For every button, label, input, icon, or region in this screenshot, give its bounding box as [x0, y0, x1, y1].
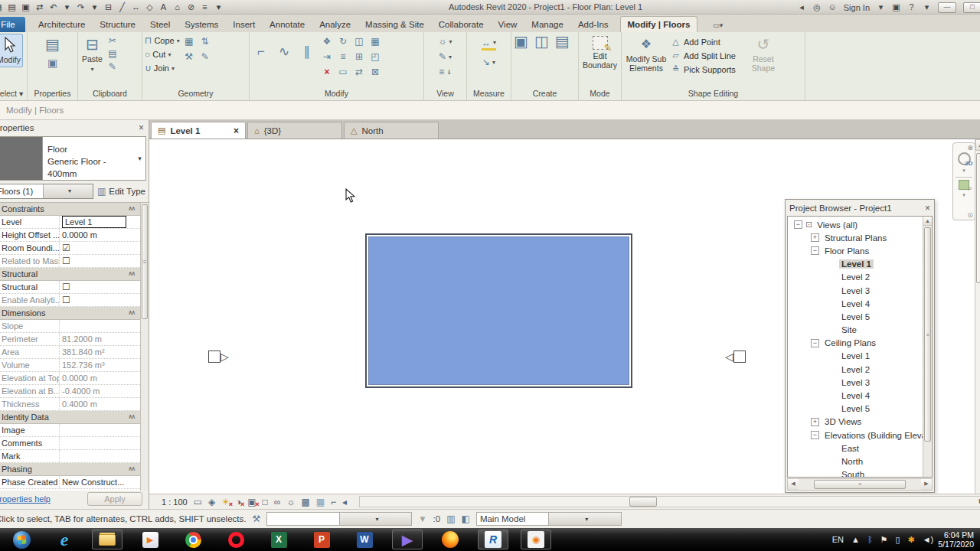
wheel-dropdown-icon[interactable]: ▾	[962, 168, 965, 174]
shape-editing-tool[interactable]: ≙ Pick Supports	[671, 63, 736, 76]
property-row[interactable]: Thickness 0.4000 m	[0, 398, 140, 411]
property-value[interactable]: New Construct...	[62, 476, 124, 488]
dropdown-icon[interactable]: ▾	[493, 39, 496, 46]
geometry-icon[interactable]: ⇅	[198, 35, 212, 48]
tree-expander-icon[interactable]: −	[811, 431, 819, 439]
ribbon-tab[interactable]: Annotate	[268, 17, 306, 32]
tree-expander-icon[interactable]: −	[811, 339, 819, 347]
tree-item[interactable]: Level 2	[788, 271, 923, 284]
worksets-icon[interactable]: ⚒	[252, 514, 260, 524]
view-control-icon[interactable]: ▣	[247, 497, 256, 507]
help-dropdown-icon[interactable]: ▾	[923, 1, 931, 14]
property-row[interactable]: Related to Mass ☐	[0, 255, 140, 268]
property-row[interactable]: Dimensions ∧∧	[0, 307, 140, 320]
property-value[interactable]: 152.736 m³	[62, 359, 105, 371]
tree-item[interactable]: Level 3	[788, 284, 923, 297]
navbar-close-icon[interactable]: ⊗	[967, 144, 973, 152]
edit-type-button[interactable]: ▥ Edit Type	[97, 186, 145, 197]
paste-button[interactable]: ⊟ Paste ▾	[80, 34, 104, 77]
view-control-icon[interactable]: ▦	[316, 497, 325, 507]
scrollbar-thumb[interactable]	[976, 153, 980, 283]
geometry-tool[interactable]: ⊓ Cope ▾	[145, 34, 180, 47]
geometry-icon[interactable]: ✎	[198, 51, 212, 64]
property-row[interactable]: Identity Data ∧∧	[0, 411, 140, 424]
project-browser-close-icon[interactable]: ×	[925, 203, 930, 214]
qat-icon[interactable]: ▾	[90, 1, 99, 14]
properties-scrollbar[interactable]: ≡	[140, 203, 149, 491]
tree-item[interactable]: Level 1	[788, 258, 923, 271]
view-tab[interactable]: ▤ Level 1 ×	[151, 122, 246, 139]
reset-shape-button[interactable]: ↺ Reset Shape	[747, 34, 779, 75]
type-selector[interactable]: Floor Generic Floor - 400mm ▾	[0, 136, 146, 181]
view-control-icon[interactable]: □	[263, 497, 268, 507]
elevation-marker-west[interactable]: · ▷	[208, 350, 229, 363]
dropdown-icon[interactable]: ▾	[492, 59, 495, 66]
tray-icon[interactable]: ▲	[851, 535, 860, 544]
property-row[interactable]: Room Boundi... ☑	[0, 242, 140, 255]
section-collapse-icon[interactable]: ∧∧	[128, 411, 140, 423]
apply-button[interactable]: Apply	[87, 492, 142, 506]
property-row[interactable]: Comments	[0, 437, 140, 450]
view-control-icon[interactable]: ▭	[194, 497, 202, 507]
tree-item[interactable]: Level 4	[788, 297, 923, 310]
modify-tool-icon[interactable]: ↻	[336, 35, 350, 48]
modify-tool-icon[interactable]: ◫	[352, 35, 366, 48]
maximize-button[interactable]: □	[963, 2, 980, 13]
tree-item[interactable]: North	[788, 455, 923, 468]
tree-item[interactable]: − Floor Plans	[788, 244, 923, 257]
property-checkbox[interactable]: ☐	[62, 255, 70, 267]
measure-tool[interactable]: ↘ ▾	[482, 55, 495, 69]
qat-icon[interactable]: A	[159, 1, 168, 14]
qat-icon[interactable]: ▤	[8, 1, 16, 14]
taskbar-app[interactable]: e	[49, 530, 80, 549]
tree-expander-icon[interactable]: −	[794, 220, 802, 229]
view-tab-close-icon[interactable]: ×	[234, 126, 239, 136]
tree-item[interactable]: Level 2	[788, 363, 923, 376]
floor-element[interactable]	[365, 233, 632, 388]
modify-tool-icon[interactable]: ∿	[275, 37, 293, 67]
view-tab[interactable]: △ North	[344, 122, 439, 139]
panel-label-measure[interactable]: Measure	[467, 88, 511, 100]
property-row[interactable]: Structural ∧∧	[0, 268, 140, 281]
property-row[interactable]: Height Offset ... 0.0000 m	[0, 229, 140, 242]
taskbar-app[interactable]: W	[349, 530, 380, 549]
property-row[interactable]: Area 381.840 m²	[0, 346, 140, 359]
filter-icon[interactable]: ▼	[418, 514, 426, 523]
view-control-icon[interactable]: ∞	[274, 497, 281, 507]
scrollbar-thumb[interactable]: ≡	[142, 204, 148, 319]
combo-dropdown-icon[interactable]: ▾	[43, 184, 93, 198]
panel-label-view[interactable]: View	[424, 88, 466, 100]
tree-item[interactable]: + 3D Views	[788, 416, 923, 429]
scrollbar-thumb[interactable]: ≡	[814, 480, 906, 489]
shape-editing-tool[interactable]: ▱ Add Split Line	[671, 49, 736, 62]
ribbon-collapse-icon[interactable]: ▭▾	[710, 18, 726, 32]
dropdown-icon[interactable]: ▾	[172, 65, 175, 72]
scrollbar-thumb[interactable]	[629, 497, 657, 507]
ribbon-tab-modify-floors[interactable]: Modify | Floors	[620, 16, 698, 32]
panel-label-modify[interactable]: Modify	[250, 88, 423, 100]
qat-icon[interactable]: ≡	[201, 1, 209, 14]
ribbon-tab[interactable]: Massing & Site	[364, 17, 426, 32]
view-tool[interactable]: ☼ ▾	[438, 34, 452, 49]
property-row[interactable]: Enable Analyti... ☐	[0, 294, 140, 307]
qat-icon[interactable]: ↔	[132, 1, 140, 14]
taskbar-app[interactable]: ▶	[392, 530, 423, 549]
view-tool[interactable]: ≡ ⇓	[439, 64, 452, 80]
search-back-icon[interactable]: ◂	[798, 1, 806, 14]
shape-editing-tool[interactable]: △ Add Point	[671, 35, 736, 48]
property-checkbox[interactable]: ☐	[62, 281, 70, 293]
property-value[interactable]: 81.2000 m	[62, 333, 102, 345]
view-tool[interactable]: ✎ ▾	[439, 49, 452, 64]
ribbon-tab[interactable]: Systems	[183, 17, 220, 32]
panel-label-shape-editing[interactable]: Shape Editing	[622, 88, 805, 100]
tray-icon[interactable]: ⚑	[880, 535, 888, 545]
geometry-icon[interactable]: ⚒	[182, 51, 196, 64]
modify-tool-icon[interactable]: ∥	[298, 37, 316, 67]
qat-icon[interactable]: ╱	[118, 1, 126, 14]
ribbon-tab[interactable]: Architecture	[37, 17, 87, 32]
view-tab[interactable]: ⌂ {3D}	[247, 122, 342, 139]
navbar-corner-icon[interactable]: ⊙	[967, 211, 973, 219]
properties-close-icon[interactable]: ×	[139, 122, 144, 133]
taskbar-app[interactable]: ◉	[521, 530, 551, 549]
view-control-icon[interactable]: ☀	[221, 497, 230, 507]
